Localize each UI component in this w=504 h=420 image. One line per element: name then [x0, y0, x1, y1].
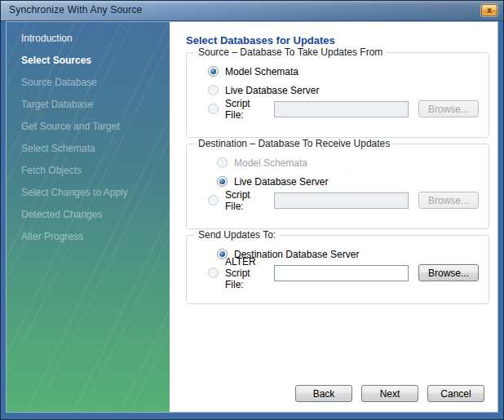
- source-group-title: Source – Database To Take Updates From: [195, 46, 386, 58]
- radio-unselected-icon[interactable]: [208, 195, 219, 206]
- close-icon: x: [487, 6, 492, 15]
- radio-disabled-icon: [217, 157, 228, 168]
- sidebar-item-get-source-and-target: Get Source and Target: [7, 115, 170, 137]
- radio-unselected-icon[interactable]: [208, 267, 219, 278]
- radio-label: Live Database Server: [234, 176, 328, 188]
- radio-label: ALTER Script File:: [225, 256, 266, 290]
- sidebar-item-select-schemata: Select Schemata: [7, 137, 170, 159]
- radio-option-source-model-schemata[interactable]: Model Schemata: [197, 63, 479, 80]
- next-button[interactable]: Next: [361, 385, 418, 402]
- radio-selected-icon[interactable]: [217, 176, 228, 187]
- source-group: Source – Database To Take Updates From M…: [186, 46, 489, 138]
- sidebar-item-detected-changes: Detected Changes: [7, 203, 170, 225]
- wizard-steps-sidebar: Introduction Select Sources Source Datab…: [7, 22, 170, 412]
- radio-option-dest-script-file[interactable]: Script File: Browse...: [197, 192, 479, 209]
- destination-group: Destination – Database To Receive Update…: [186, 138, 489, 229]
- dialog-body: Introduction Select Sources Source Datab…: [7, 22, 497, 412]
- radio-option-alter-script-file[interactable]: ALTER Script File: Browse...: [197, 264, 479, 281]
- sidebar-item-introduction: Introduction: [7, 27, 170, 49]
- radio-selected-icon[interactable]: [217, 249, 228, 259]
- radio-option-dest-model-schemata: Model Schemata: [197, 154, 479, 171]
- sidebar-item-target-database: Target Database: [7, 93, 170, 115]
- radio-unselected-icon[interactable]: [208, 104, 219, 114]
- radio-label: Model Schemata: [225, 66, 298, 77]
- source-script-file-input: [274, 101, 409, 117]
- alter-browse-button[interactable]: Browse...: [418, 264, 479, 281]
- title-bar[interactable]: Synchronize With Any Source x: [1, 1, 503, 21]
- radio-label: Script File:: [225, 189, 266, 212]
- close-button[interactable]: x: [481, 4, 497, 16]
- destination-group-title: Destination – Database To Receive Update…: [195, 138, 393, 149]
- radio-selected-icon[interactable]: [208, 66, 219, 77]
- radio-option-dest-live-server[interactable]: Live Database Server: [197, 173, 479, 190]
- sidebar-item-alter-progress: Alter Progress: [7, 225, 170, 247]
- radio-label: Live Database Server: [225, 85, 319, 96]
- sidebar-item-select-changes-to-apply: Select Changes to Apply: [7, 181, 170, 203]
- synchronize-wizard-dialog: Synchronize With Any Source x Introducti…: [0, 0, 504, 420]
- radio-option-source-live-server[interactable]: Live Database Server: [197, 82, 479, 99]
- window-title: Synchronize With Any Source: [9, 4, 142, 15]
- sidebar-item-select-sources: Select Sources: [7, 49, 170, 71]
- radio-label: Model Schemata: [234, 157, 307, 169]
- destination-script-file-input: [274, 192, 409, 209]
- send-updates-group: Send Updates To: Destination Database Se…: [186, 229, 489, 304]
- radio-unselected-icon[interactable]: [208, 85, 219, 95]
- source-browse-button: Browse...: [418, 100, 479, 117]
- sidebar-item-source-database: Source Database: [7, 71, 170, 93]
- alter-script-file-input[interactable]: [274, 265, 409, 281]
- back-button[interactable]: Back: [295, 385, 352, 402]
- radio-option-source-script-file[interactable]: Script File: Browse...: [197, 100, 479, 117]
- radio-label: Script File:: [225, 98, 266, 121]
- destination-browse-button: Browse...: [418, 192, 479, 209]
- send-updates-group-title: Send Updates To:: [195, 229, 279, 241]
- wizard-footer: Back Next Cancel: [295, 385, 484, 402]
- sidebar-item-fetch-objects: Fetch Objects: [7, 159, 170, 181]
- main-panel: Select Databases for Updates Source – Da…: [170, 22, 497, 412]
- cancel-button[interactable]: Cancel: [427, 385, 484, 402]
- page-title: Select Databases for Updates: [186, 34, 489, 46]
